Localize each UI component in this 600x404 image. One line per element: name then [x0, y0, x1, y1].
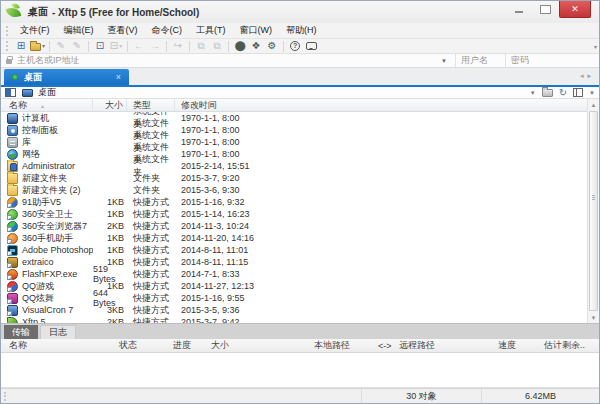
- bottom-tab-log[interactable]: 日志: [40, 325, 76, 339]
- file-type-cell: 快捷方式: [127, 280, 175, 292]
- transfer-column-header[interactable]: <->: [378, 341, 395, 351]
- close-button[interactable]: [559, 1, 591, 18]
- username-input[interactable]: 用户名: [456, 54, 506, 67]
- file-row[interactable]: 计算机系统文件夹1970-1-1, 8:00: [1, 112, 587, 124]
- up-folder-icon[interactable]: [542, 89, 553, 97]
- desktop-location-icon: [22, 89, 33, 97]
- view-mode-icon[interactable]: [573, 88, 583, 97]
- file-row[interactable]: 新建文件夹文件夹2015-3-7, 9:20: [1, 172, 587, 184]
- session-tab-desktop[interactable]: 桌面: [4, 69, 129, 85]
- compare-icon[interactable]: ❖: [249, 39, 263, 53]
- shortcut-arrow-icon: [7, 203, 12, 208]
- transfer-column-header[interactable]: 远程路径: [395, 339, 490, 352]
- file-name-label: QQ炫舞: [22, 292, 54, 304]
- file-name-label: QQ游戏: [22, 280, 54, 292]
- file-row[interactable]: FlashFXP.exe519 Bytes快捷方式2014-7-1, 8:33: [1, 268, 587, 280]
- menu-item-0[interactable]: 文件(F): [13, 23, 57, 38]
- file-modified-cell: 1970-1-1, 8:00: [175, 112, 587, 124]
- status-bar: 30 对象 6.42MB: [1, 388, 599, 403]
- password-placeholder: 密码: [511, 54, 529, 67]
- file-row[interactable]: 360安全卫士1KB快捷方式2015-1-14, 16:23: [1, 208, 587, 220]
- file-row[interactable]: Administrator系统文件夹2015-2-14, 15:51: [1, 160, 587, 172]
- menu-item-4[interactable]: 工具(T): [189, 23, 233, 38]
- path-dropdown-icon[interactable]: ▼: [530, 90, 536, 96]
- file-row[interactable]: 网络系统文件夹1970-1-1, 8:00: [1, 148, 587, 160]
- file-row[interactable]: Adobe Photoshop ...1KB快捷方式2014-8-11, 11:…: [1, 244, 587, 256]
- file-type-cell: 系统文件夹: [127, 160, 175, 172]
- file-name-cell: 计算机: [1, 112, 93, 124]
- file-row[interactable]: 91助手V51KB快捷方式2015-1-16, 9:32: [1, 196, 587, 208]
- scrollbar-thumb[interactable]: [589, 111, 598, 311]
- total-size: 6.42MB: [481, 389, 599, 403]
- transfer-column-header[interactable]: 状态: [111, 339, 165, 352]
- help-icon[interactable]: ?: [288, 39, 302, 53]
- file-modified-cell: 2014-11-27, 12:13: [175, 280, 587, 292]
- transfer-column-header[interactable]: 进度: [165, 339, 203, 352]
- menu-item-5[interactable]: 窗口(W): [233, 23, 280, 38]
- xftp-window: 桌面 - Xftp 5 (Free for Home/School) 文件(F)…: [0, 0, 600, 404]
- properties-icon[interactable]: ⊡: [93, 39, 107, 53]
- column-header-name[interactable]: 名称: [1, 99, 93, 111]
- menu-item-2[interactable]: 查看(V): [101, 23, 145, 38]
- file-row[interactable]: VisualCron 73KB快捷方式2015-3-5, 9:36: [1, 304, 587, 316]
- file-row[interactable]: 库系统文件夹1970-1-1, 8:00: [1, 136, 587, 148]
- file-type-cell: 快捷方式: [127, 256, 175, 268]
- toolbar-separator: [228, 41, 229, 52]
- host-dropdown-icon[interactable]: ▼: [438, 58, 450, 64]
- column-header-size[interactable]: 大小: [93, 99, 127, 111]
- open-session-icon-dropdown[interactable]: ▾: [42, 41, 45, 51]
- file-row[interactable]: 控制面板系统文件夹1970-1-1, 8:00: [1, 124, 587, 136]
- file-row[interactable]: extraico1KB快捷方式2014-8-11, 11:15: [1, 256, 587, 268]
- minimize-button[interactable]: [505, 1, 532, 18]
- menu-item-3[interactable]: 命令(C): [145, 23, 190, 38]
- current-path-label[interactable]: 桌面: [38, 86, 56, 99]
- file-row[interactable]: 新建文件夹 (2)文件夹2015-3-6, 9:30: [1, 184, 587, 196]
- column-header-modified[interactable]: 修改时间: [175, 99, 599, 111]
- file-size-cell: [93, 184, 127, 196]
- file-row[interactable]: 360手机助手1KB快捷方式2014-11-20, 14:16: [1, 232, 587, 244]
- scroll-up-icon[interactable]: ▲: [588, 99, 599, 110]
- transfer-queue-area[interactable]: [1, 353, 599, 388]
- host-input[interactable]: 主机名或IP地址 ▼: [1, 54, 456, 67]
- file-row[interactable]: 360安全浏览器72KB快捷方式2014-11-3, 10:24: [1, 220, 587, 232]
- vertical-scrollbar[interactable]: ▲ ▼: [587, 99, 599, 323]
- tab-close-icon[interactable]: [98, 72, 121, 82]
- toolbar-overflow-icon[interactable]: ▾: [594, 43, 597, 50]
- app-logo-icon: [6, 5, 22, 19]
- new-session-icon[interactable]: ⊞: [14, 39, 28, 53]
- network-icon: [7, 149, 18, 160]
- open-session-icon[interactable]: ▾: [30, 39, 45, 53]
- bottom-tab-transfer[interactable]: 传输: [4, 325, 38, 339]
- panel-toggle-icon[interactable]: [5, 88, 16, 97]
- control-panel-icon: [7, 125, 18, 136]
- feedback-icon[interactable]: [304, 39, 318, 53]
- file-row[interactable]: QQ炫舞644 Bytes快捷方式2015-1-16, 9:55: [1, 292, 587, 304]
- file-row[interactable]: Xftp 52KB快捷方式2015-3-7, 9:42: [1, 316, 587, 323]
- new-folder-icon-dropdown: ▾: [119, 41, 122, 51]
- scroll-down-icon[interactable]: ▼: [588, 312, 599, 323]
- tab-scroll-arrows[interactable]: ◂▸: [580, 72, 595, 80]
- file-size-cell: 644 Bytes: [93, 292, 127, 304]
- transfer-column-header[interactable]: 名称: [1, 339, 111, 352]
- session-tab-strip: 桌面 ◂▸: [1, 68, 599, 85]
- view-mode-dropdown-icon[interactable]: ▼: [589, 90, 595, 96]
- settings-gear-icon[interactable]: ⚙: [265, 39, 279, 53]
- maximize-button[interactable]: [532, 1, 559, 18]
- column-header-type[interactable]: 类型: [127, 99, 175, 111]
- menu-item-6[interactable]: 帮助(H): [279, 23, 324, 38]
- file-modified-cell: 2014-11-20, 14:16: [175, 232, 587, 244]
- site-icon[interactable]: ⬤: [233, 39, 247, 53]
- transfer-column-header[interactable]: 速度: [490, 339, 536, 352]
- file-row[interactable]: QQ游戏1KB快捷方式2014-11-27, 12:13: [1, 280, 587, 292]
- back-icon: ←: [132, 39, 146, 53]
- file-name-cell: QQ炫舞: [1, 292, 93, 304]
- transfer-icon: ↪: [171, 39, 185, 53]
- file-name-cell: 控制面板: [1, 124, 93, 136]
- password-input[interactable]: 密码: [506, 54, 599, 67]
- transfer-column-header[interactable]: 大小: [203, 339, 306, 352]
- menu-item-1[interactable]: 编辑(E): [57, 23, 101, 38]
- transfer-column-header[interactable]: 本地路径: [306, 339, 378, 352]
- transfer-column-header[interactable]: 估计剩余..: [536, 339, 599, 352]
- refresh-icon[interactable]: [559, 88, 567, 97]
- file-name-label: 计算机: [22, 112, 49, 124]
